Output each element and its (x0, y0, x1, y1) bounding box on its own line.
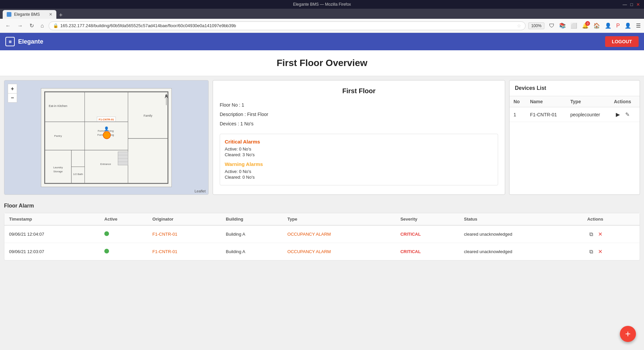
critical-alarms-title: Critical Alarms (225, 139, 493, 144)
alarm-table: Timestamp Active Originator Building Typ… (4, 213, 640, 260)
bookmark-icon[interactable]: ☆ (517, 23, 521, 28)
col-originator: Originator (148, 213, 221, 225)
device-play-btn[interactable]: ▶ (614, 111, 622, 118)
window-close[interactable]: ✕ (636, 2, 640, 7)
col-active: Active (100, 213, 148, 225)
svg-text:Family: Family (144, 114, 153, 117)
alarm-status: cleared unacknowledged (459, 243, 582, 260)
add-tab-btn[interactable]: + (58, 12, 64, 19)
library-icon[interactable]: 📚 (559, 22, 566, 29)
device-edit-btn[interactable]: ✎ (623, 111, 632, 118)
devices-table: No Name Type Actions 1 F1-CNTR-01 people… (509, 96, 640, 122)
table-row: 1 F1-CNTR-01 peoplecounter ▶ ✎ (509, 107, 640, 122)
menu-icon[interactable]: ☰ (636, 22, 641, 29)
leaflet-credit: Leaflet (195, 189, 206, 193)
warning-alarms-title: Warning Alarms (225, 161, 493, 167)
col-building: Building (221, 213, 283, 225)
col-no: No (509, 96, 526, 107)
alarm-type: OCCUPANCY ALARM (283, 243, 396, 260)
device-no: 1 (509, 107, 526, 122)
alarm-status: cleared unacknowledged (459, 225, 582, 243)
col-severity: Severity (396, 213, 460, 225)
alarm-severity: CRITICAL (396, 225, 460, 243)
alarm-originator: F1-CNTR-01 (148, 243, 221, 260)
browser-titlebar: Elegante BMS — Mozilla Firefox — □ ✕ (0, 0, 644, 9)
col-status: Status (459, 213, 582, 225)
browser-navbar: ← → ↻ ⌂ 🔒 ☆ 100% 🛡 📚 ⬜ 🔔 0 🏠 👤 P 👤 ☰ (0, 19, 644, 33)
device-name: F1-CNTR-01 (526, 107, 566, 122)
warning-cleared: Cleared: 0 No's (225, 175, 493, 180)
critical-cleared: Cleared: 3 No's (225, 152, 493, 157)
col-type: Type (283, 213, 396, 225)
tab-label: Elegante BMS (14, 12, 40, 17)
alarm-open-btn[interactable]: ⧉ (587, 248, 595, 255)
nav-right-icons: 100% 🛡 📚 ⬜ 🔔 0 🏠 👤 P 👤 ☰ (528, 22, 641, 29)
floor-details: Floor No : 1 Description : First Floor D… (220, 100, 498, 128)
status-dot (104, 231, 109, 236)
forward-button[interactable]: → (15, 21, 25, 30)
svg-text:1/2 Bath: 1/2 Bath (73, 173, 83, 176)
alarm-type: OCCUPANCY ALARM (283, 225, 396, 243)
status-dot (104, 249, 109, 253)
page-title-bar: First Floor Overview (0, 50, 644, 76)
alarm-timestamp: 09/06/21 12:03:07 (4, 243, 100, 260)
tab-favicon (7, 12, 11, 17)
alarm-building: Building A (221, 243, 283, 260)
col-actions: Actions (610, 96, 640, 107)
alarm-severity: CRITICAL (396, 243, 460, 260)
map-panel: + − (4, 80, 209, 195)
col-actions: Actions (583, 213, 640, 225)
alarm-timestamp: 09/06/21 12:04:07 (4, 225, 100, 243)
floor-description: Description : First Floor (220, 110, 498, 119)
app-header-left: ⊞ Elegante (5, 37, 43, 46)
alarm-originator: F1-CNTR-01 (148, 225, 221, 243)
logout-button[interactable]: LOGOUT (605, 36, 639, 47)
url-input[interactable] (60, 23, 515, 28)
alarm-building: Building A (221, 225, 283, 243)
svg-text:F1-CNTR-01: F1-CNTR-01 (99, 118, 114, 121)
map-zoom-in[interactable]: + (8, 84, 17, 93)
floor-devices: Devices : 1 No's (220, 119, 498, 128)
device-actions: ▶ ✎ (610, 107, 640, 122)
reader-view-icon[interactable]: ⬜ (571, 22, 577, 29)
window-maximize[interactable]: □ (630, 2, 633, 7)
alarm-table-row: 09/06/21 12:03:07 F1-CNTR-01 Building A … (4, 243, 640, 260)
alarm-table-row: 09/06/21 12:04:07 F1-CNTR-01 Building A … (4, 225, 640, 243)
svg-text:Pantry: Pantry (54, 134, 62, 137)
notification-badge: 0 (585, 21, 590, 26)
alarm-table-wrapper: Timestamp Active Originator Building Typ… (4, 213, 640, 260)
svg-text:Storage: Storage (53, 170, 63, 173)
home-button[interactable]: ⌂ (39, 21, 46, 30)
col-type: Type (566, 96, 610, 107)
warning-alarms-section: Warning Alarms Active: 0 No's Cleared: 0… (225, 161, 493, 180)
alarm-open-btn[interactable]: ⧉ (587, 231, 595, 238)
col-timestamp: Timestamp (4, 213, 100, 225)
alarm-table-header: Timestamp Active Originator Building Typ… (4, 213, 640, 225)
extensions-icon[interactable]: 🛡 (549, 23, 554, 29)
tab-close-btn[interactable]: ✕ (49, 12, 52, 17)
pocket-icon[interactable]: P (616, 23, 620, 29)
address-bar[interactable]: 🔒 ☆ (49, 21, 526, 30)
window-minimize[interactable]: — (623, 2, 627, 7)
alarm-delete-btn[interactable]: ✕ (596, 248, 604, 255)
browser-tab[interactable]: Elegante BMS ✕ (3, 10, 56, 19)
back-button[interactable]: ← (3, 21, 13, 30)
map-zoom-out[interactable]: − (8, 93, 17, 103)
profile-icon[interactable]: 👤 (625, 22, 631, 29)
main-content: + − (0, 76, 644, 199)
home-icon-nav[interactable]: 🏠 (593, 22, 600, 29)
notifications-wrap: 🔔 0 (582, 22, 589, 29)
alarm-actions: ⧉ ✕ (583, 225, 640, 243)
floor-alarm-title: Floor Alarm (4, 203, 640, 209)
critical-active: Active: 0 No's (225, 147, 493, 152)
refresh-button[interactable]: ↻ (28, 21, 36, 30)
app-header: ⊞ Elegante LOGOUT (0, 33, 644, 50)
devices-panel: Devices List No Name Type Actions 1 F1-C… (509, 80, 640, 195)
alarms-box: Critical Alarms Active: 0 No's Cleared: … (220, 134, 498, 185)
svg-text:Laundry: Laundry (53, 166, 63, 169)
devices-list-title: Devices List (509, 80, 640, 96)
alarm-delete-btn[interactable]: ✕ (596, 230, 604, 238)
floor-alarm-section: Floor Alarm Timestamp Active Originator … (0, 199, 644, 265)
user-icon[interactable]: 👤 (605, 22, 611, 29)
floor-plan-svg: Eat-in Kitchen Pantry Laundry Storage 1/… (41, 89, 171, 187)
